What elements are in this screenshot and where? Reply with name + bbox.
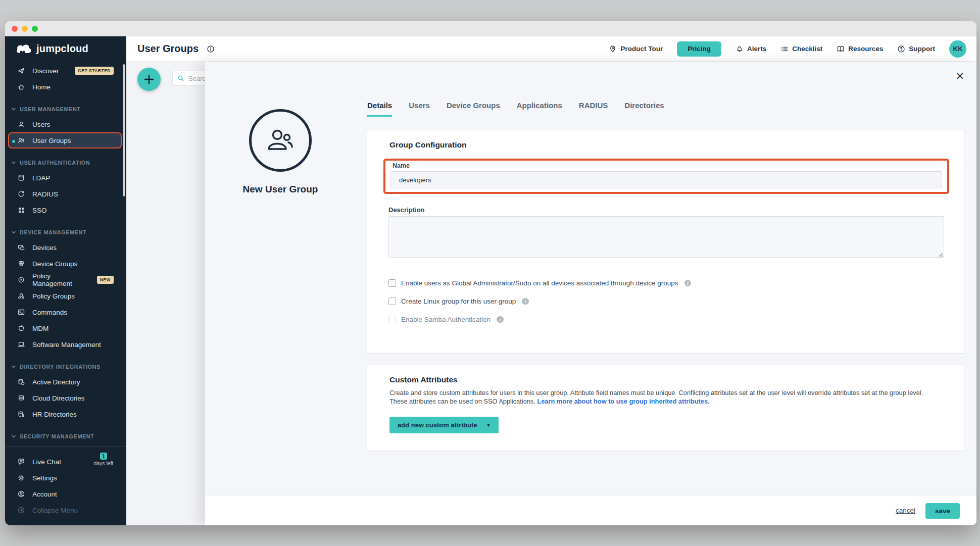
active-directory-icon — [17, 378, 25, 386]
sidebar-item-policy-management[interactable]: Policy Management NEW — [5, 272, 126, 288]
sidebar-item-label: HR Directories — [32, 411, 77, 418]
sidebar-item-label: Software Management — [32, 341, 101, 349]
sidebar-item-settings[interactable]: Settings — [5, 470, 126, 486]
sidebar-item-label: Device Groups — [32, 260, 77, 268]
question-circle-icon — [897, 45, 905, 53]
learn-more-link[interactable]: Learn more about how to use group inheri… — [537, 398, 709, 405]
chevron-down-icon — [11, 230, 16, 235]
sidebar-item-label: Account — [32, 490, 57, 498]
group-configuration-card: Group Configuration Name Description Ena… — [367, 130, 964, 354]
sidebar-item-active-directory[interactable]: Active Directory — [5, 374, 126, 390]
sidebar-item-user-groups[interactable]: User Groups — [8, 132, 122, 148]
bell-icon — [736, 45, 744, 53]
section-user-management[interactable]: USER MANAGEMENT — [5, 102, 126, 116]
info-icon[interactable] — [207, 45, 215, 53]
section-user-authentication[interactable]: USER AUTHENTICATION — [5, 156, 126, 170]
sidebar-item-live-chat[interactable]: Live Chat 1 days left — [5, 454, 126, 470]
sidebar-item-radius[interactable]: RADIUS — [5, 186, 126, 202]
sidebar-bottom: Live Chat 1 days left Settings Account C… — [5, 446, 126, 525]
account-icon — [17, 490, 25, 498]
sidebar-item-label: MDM — [32, 325, 48, 332]
info-icon[interactable]: i — [497, 316, 504, 323]
sidebar-item-label: Policy Groups — [32, 292, 75, 300]
sidebar-item-users[interactable]: Users — [5, 116, 126, 132]
description-textarea[interactable] — [388, 216, 944, 258]
radius-icon — [17, 190, 25, 198]
sidebar-item-account[interactable]: Account — [5, 486, 126, 502]
tab-details[interactable]: Details — [367, 101, 392, 117]
name-field-highlight: Name — [383, 159, 949, 194]
sidebar-item-mdm[interactable]: MDM — [5, 320, 126, 336]
nav-support[interactable]: Support — [897, 45, 935, 53]
sidebar-item-devices[interactable]: Devices — [5, 239, 126, 256]
maximize-window-button[interactable] — [32, 26, 38, 32]
tab-radius[interactable]: RADIUS — [579, 101, 608, 117]
add-custom-attribute-button[interactable]: add new custom attribute ▼ — [389, 417, 499, 433]
group-name-input[interactable] — [390, 171, 942, 188]
page-header: User Groups Product Tour Pricing Alerts … — [126, 36, 976, 62]
sidebar-item-discover[interactable]: Discover GET STARTED — [5, 63, 126, 79]
cloud-directories-icon — [17, 394, 25, 402]
add-user-group-button[interactable] — [137, 68, 161, 91]
sidebar-item-label: Users — [32, 121, 50, 128]
nav-alerts[interactable]: Alerts — [736, 45, 766, 53]
terminal-icon — [17, 308, 25, 316]
sidebar-item-label: Policy Management — [32, 272, 90, 287]
global-admin-checkbox[interactable] — [388, 279, 396, 287]
tab-applications[interactable]: Applications — [517, 101, 562, 117]
sidebar-item-device-groups[interactable]: Device Groups — [5, 256, 126, 272]
sidebar: jumpcloud Discover GET STARTED Home USER… — [5, 36, 126, 525]
user-group-glyph — [265, 128, 296, 153]
jumpcloud-logo: jumpcloud — [15, 42, 88, 55]
section-security-management[interactable]: SECURITY MANAGEMENT — [5, 429, 126, 443]
plus-icon — [143, 74, 155, 85]
app-window: jumpcloud Discover GET STARTED Home USER… — [5, 21, 976, 525]
jumpcloud-cloud-icon — [15, 42, 32, 55]
sidebar-item-cloud-directories[interactable]: Cloud Directories — [5, 390, 126, 406]
sidebar-item-label: LDAP — [32, 174, 50, 182]
tab-directories[interactable]: Directories — [624, 101, 664, 117]
description-label: Description — [388, 206, 425, 214]
section-device-management[interactable]: DEVICE MANAGEMENT — [5, 225, 126, 239]
linux-group-checkbox[interactable] — [388, 297, 396, 305]
sidebar-item-label: SSO — [32, 207, 47, 214]
sidebar-item-ldap[interactable]: LDAP — [5, 170, 126, 186]
avatar[interactable]: KK — [949, 40, 966, 58]
devices-icon — [17, 243, 25, 252]
card-heading: Custom Attributes — [389, 375, 458, 384]
policy-groups-icon — [17, 292, 25, 300]
info-icon[interactable]: i — [522, 298, 529, 305]
info-icon[interactable]: i — [684, 280, 692, 287]
nav-resources[interactable]: Resources — [837, 45, 883, 53]
modal-footer: cancel save — [205, 495, 976, 525]
sidebar-scrollbar[interactable] — [123, 64, 125, 196]
active-dot — [12, 140, 15, 143]
chevron-down-icon — [11, 107, 16, 112]
sidebar-item-commands[interactable]: Commands — [5, 304, 126, 320]
tabs: Details Users Device Groups Applications… — [367, 101, 664, 117]
sidebar-item-collapse-menu[interactable]: Collapse Menu — [5, 502, 126, 518]
close-icon[interactable]: ✕ — [955, 71, 964, 81]
minimize-window-button[interactable] — [22, 26, 28, 32]
sidebar-item-sso[interactable]: SSO — [5, 202, 126, 218]
gear-icon — [17, 474, 25, 482]
close-window-button[interactable] — [12, 26, 18, 32]
tab-device-groups[interactable]: Device Groups — [447, 101, 500, 117]
save-button[interactable]: save — [925, 503, 960, 519]
cancel-button[interactable]: cancel — [896, 507, 915, 514]
section-directory-integrations[interactable]: DIRECTORY INTEGRATIONS — [5, 360, 126, 374]
pricing-button[interactable]: Pricing — [677, 41, 721, 57]
nav-checklist[interactable]: Checklist — [780, 45, 822, 53]
nav-product-tour[interactable]: Product Tour — [609, 45, 663, 53]
apple-icon — [17, 324, 25, 332]
sidebar-item-hr-directories[interactable]: HR Directories — [5, 406, 126, 422]
tab-users[interactable]: Users — [409, 101, 430, 117]
get-started-badge: GET STARTED — [75, 67, 114, 75]
sidebar-item-software-management[interactable]: Software Management — [5, 336, 126, 353]
sidebar-item-home[interactable]: Home — [5, 79, 126, 95]
device-groups-icon — [17, 260, 25, 268]
sidebar-item-label: User Groups — [32, 137, 71, 144]
sidebar-item-policy-groups[interactable]: Policy Groups — [5, 288, 126, 304]
samba-auth-checkbox[interactable] — [388, 316, 396, 323]
home-icon — [17, 83, 25, 91]
